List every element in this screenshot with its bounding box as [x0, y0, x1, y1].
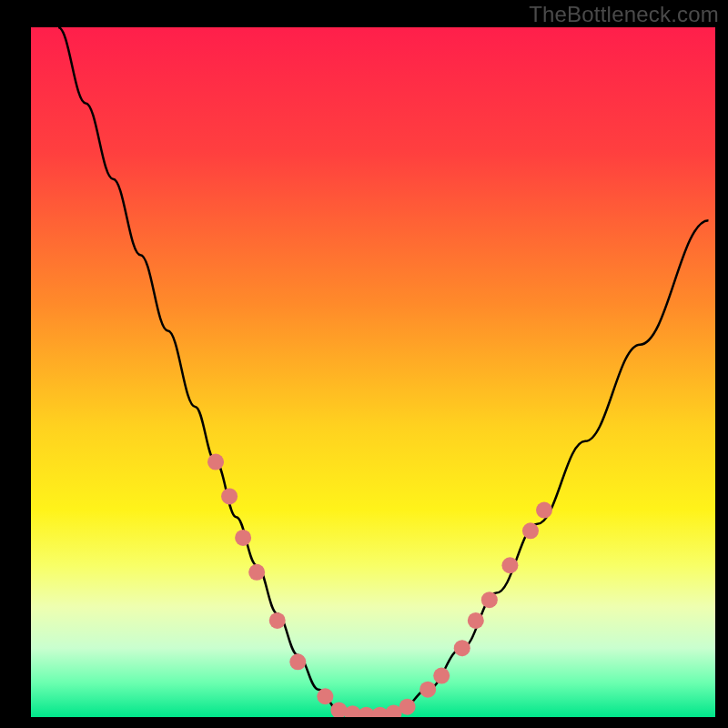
chart-frame: TheBottleneck.com [0, 0, 728, 728]
highlight-dot [289, 653, 306, 670]
curve-layer [31, 27, 715, 717]
highlight-dot [433, 668, 450, 684]
bottleneck-curve [58, 27, 708, 717]
highlight-dot [399, 699, 416, 715]
highlight-dot [501, 557, 518, 573]
highlight-dot [235, 530, 251, 546]
highlight-dot [522, 522, 539, 539]
highlight-dot [536, 502, 552, 519]
highlight-dot [317, 688, 333, 704]
highlight-dot [468, 612, 484, 629]
highlight-dot [269, 612, 286, 629]
highlight-dot [454, 640, 470, 656]
watermark-text: TheBottleneck.com [529, 2, 719, 27]
highlight-dot [207, 454, 224, 470]
highlight-dot [248, 564, 265, 581]
highlight-dot [481, 592, 498, 608]
highlight-dot [420, 682, 436, 698]
highlight-dot [221, 488, 238, 504]
plot-area [31, 27, 715, 717]
